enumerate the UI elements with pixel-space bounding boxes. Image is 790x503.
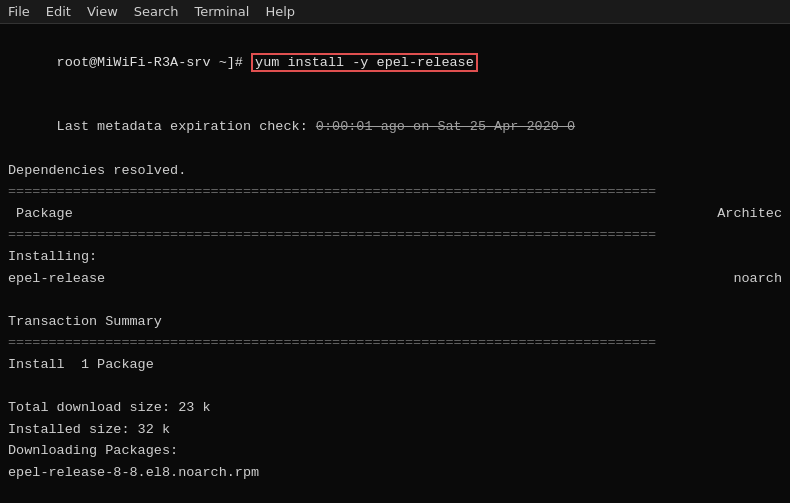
terminal-content[interactable]: root@MiWiFi-R3A-srv ~]# yum install -y e… [0, 24, 790, 503]
menu-view[interactable]: View [87, 4, 118, 19]
separator-1: ========================================… [8, 181, 782, 203]
rpm-filename: epel-release-8-8.el8.noarch.rpm [8, 462, 782, 484]
deps-line: Dependencies resolved. [8, 160, 782, 182]
separator-3: ========================================… [8, 332, 782, 354]
menu-file[interactable]: File [8, 4, 30, 19]
epel-arch: noarch [733, 268, 782, 290]
separator-2: ========================================… [8, 224, 782, 246]
total-download-size: Total download size: 23 k [8, 397, 782, 419]
arch-header: Architec [717, 203, 782, 225]
package-header: Package [8, 203, 73, 225]
blank-1 [8, 289, 782, 311]
menu-help[interactable]: Help [265, 4, 295, 19]
transaction-summary-label: Transaction Summary [8, 311, 782, 333]
metadata-line: Last metadata expiration check: 0:00:01 … [8, 95, 782, 160]
command-highlight: yum install -y epel-release [251, 53, 478, 72]
blank-3 [8, 483, 782, 503]
menu-edit[interactable]: Edit [46, 4, 71, 19]
installing-label: Installing: [8, 246, 782, 268]
prompt-line: root@MiWiFi-R3A-srv ~]# yum install -y e… [8, 30, 782, 95]
installed-size: Installed size: 32 k [8, 419, 782, 441]
menu-search[interactable]: Search [134, 4, 179, 19]
epel-package-row: epel-release noarch [8, 268, 782, 290]
install-line: Install 1 Package [8, 354, 782, 376]
terminal-window: File Edit View Search Terminal Help root… [0, 0, 790, 503]
metadata-prefix: Last metadata expiration check: [57, 119, 316, 134]
epel-package-name: epel-release [8, 268, 105, 290]
menu-bar: File Edit View Search Terminal Help [0, 0, 790, 24]
metadata-strikethrough: 0:00:01 ago on Sat 25 Apr 2020 0 [316, 119, 575, 134]
prompt-prefix: root@MiWiFi-R3A-srv ~]# [57, 55, 251, 70]
table-header: Package Architec [8, 203, 782, 225]
menu-terminal[interactable]: Terminal [194, 4, 249, 19]
blank-2 [8, 376, 782, 398]
downloading-packages: Downloading Packages: [8, 440, 782, 462]
